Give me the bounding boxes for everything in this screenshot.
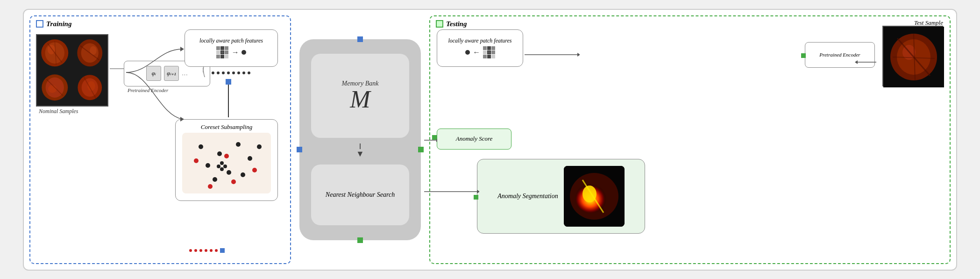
patch-visual-testing: ← (465, 46, 495, 58)
svg-point-11 (48, 85, 57, 93)
arrow-from-nn-seg (423, 187, 479, 196)
anomaly-score-box: Anomaly Score (437, 129, 511, 150)
right-connector (418, 147, 424, 152)
heatmap-svg (564, 166, 625, 227)
patchcore-outer: Memory Bank M ▼ Nearest Neighbour Search (299, 39, 421, 240)
feature-dot-test (465, 50, 470, 55)
svg-point-24 (248, 156, 252, 161)
svg-point-2 (48, 44, 56, 54)
fruit-cell-3 (38, 71, 72, 105)
training-section: Training (29, 15, 291, 264)
math-m: M (350, 87, 370, 112)
patch-features-testing: locally aware patch features ← (437, 29, 523, 67)
svg-marker-39 (180, 117, 184, 122)
feature-dot (241, 50, 246, 55)
blue-sq-bottom (220, 248, 225, 253)
patch-features-label-training: locally aware patch features (199, 37, 263, 45)
nn-search-label: Nearest Neighbour Search (326, 190, 395, 200)
nn-search-box: Nearest Neighbour Search (311, 165, 409, 225)
svg-point-36 (217, 165, 220, 168)
svg-point-29 (194, 158, 199, 163)
svg-point-35 (223, 165, 227, 168)
memory-bank-box: Memory Bank M (311, 54, 409, 138)
patch-features-label-testing: locally aware patch features (448, 37, 511, 45)
svg-point-30 (224, 154, 229, 158)
testing-label: Testing (436, 20, 467, 28)
svg-marker-38 (180, 47, 184, 51)
svg-point-32 (252, 168, 257, 172)
internal-arrow: ▼ (356, 143, 364, 159)
fruit-cell-1 (38, 36, 72, 70)
svg-point-54 (582, 186, 597, 202)
svg-point-21 (217, 151, 222, 156)
nominal-samples-label: Nominal Samples (39, 108, 78, 115)
svg-marker-48 (855, 60, 858, 64)
patchcore-title: PatchCore (338, 9, 383, 13)
left-connector (297, 147, 302, 152)
diagram-container: Training (23, 9, 957, 271)
svg-point-28 (241, 172, 245, 177)
nominal-samples (36, 34, 108, 107)
fruit-cell-2 (73, 36, 107, 70)
left-arrow-test: ← (473, 48, 480, 57)
test-sample-svg (883, 27, 944, 87)
svg-point-34 (220, 161, 224, 165)
bottom-connector (357, 237, 363, 243)
svg-point-33 (208, 184, 213, 189)
test-sample-image (882, 26, 943, 86)
patch-grid-testing (483, 46, 495, 58)
arrow-test-to-encoder (854, 57, 877, 67)
svg-point-37 (220, 167, 224, 171)
svg-point-22 (206, 163, 210, 168)
svg-marker-59 (477, 190, 479, 193)
testing-section: Testing Test Sample Pretrained Encoder (429, 15, 951, 264)
patch-grid-training (216, 46, 228, 58)
sq-connector-1 (226, 79, 231, 85)
encoder-label-testing: Pretrained Encoder (819, 52, 860, 57)
green-sq-seg (474, 195, 478, 200)
anomaly-seg-box: Anomaly Segmentation (477, 159, 645, 234)
curved-arrows (121, 40, 201, 157)
internal-down-arrow: ▼ (356, 149, 364, 159)
top-connector (357, 36, 363, 42)
svg-point-23 (236, 142, 241, 147)
training-label: Training (36, 20, 71, 28)
svg-point-26 (227, 170, 231, 175)
svg-marker-50 (577, 53, 580, 57)
anomaly-seg-label: Anomaly Segmentation (497, 191, 558, 201)
svg-point-25 (257, 144, 262, 149)
patchcore-section: PatchCore Memory Bank M ▼ Nearest Neighb… (295, 15, 426, 264)
coreset-label: Coreset Subsampling (201, 123, 252, 131)
heatmap-image (564, 166, 625, 227)
anomaly-score-label: Anomaly Score (456, 135, 493, 143)
patch-visual-training: → (216, 46, 246, 58)
connector-line (228, 85, 229, 117)
svg-point-31 (231, 179, 236, 184)
green-sq-score (432, 135, 437, 140)
fruit-cell-4 (73, 71, 107, 105)
patch-arrow: → (231, 48, 239, 57)
green-sq-encoder (801, 53, 806, 58)
bottom-dots-row (189, 248, 225, 253)
arrow-patch-to-enc (524, 49, 580, 61)
svg-point-27 (213, 177, 217, 182)
training-icon (36, 20, 43, 28)
dots-middle (212, 72, 250, 74)
testing-icon (436, 20, 443, 28)
